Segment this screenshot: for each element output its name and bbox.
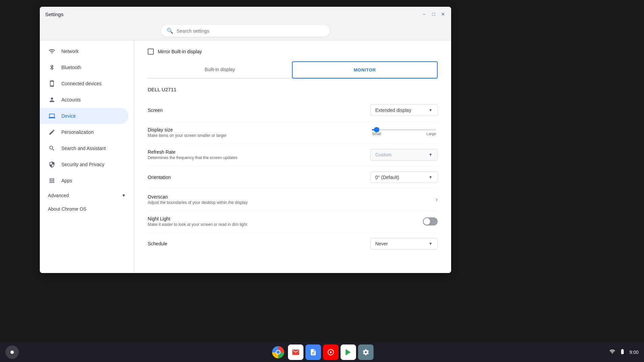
- tab-monitor-label: MONITOR: [354, 67, 376, 72]
- sidebar-item-personalization-label: Personalization: [61, 129, 94, 135]
- window-title: Settings: [45, 11, 63, 17]
- chrome-icon: [272, 346, 284, 358]
- night-light-row: Night Light Make it easier to look at yo…: [148, 211, 438, 233]
- sidebar-item-accounts[interactable]: Accounts: [40, 92, 128, 108]
- network-icon: [48, 47, 56, 55]
- schedule-dropdown[interactable]: Never ▼: [370, 238, 438, 249]
- tab-monitor[interactable]: MONITOR: [292, 61, 438, 79]
- schedule-label-wrap: Schedule: [148, 241, 370, 246]
- personalization-icon: [48, 128, 56, 136]
- content-area: Mirror Built-in display Built-in display…: [134, 40, 451, 273]
- bluetooth-icon: [48, 63, 56, 71]
- refresh-rate-sublabel: Determines the frequency that the screen…: [148, 155, 370, 160]
- content-inner: Mirror Built-in display Built-in display…: [134, 40, 451, 263]
- setting-row-screen: Screen Extended display ▼: [148, 99, 438, 122]
- sidebar: Network Bluetooth Connected devices: [40, 40, 134, 273]
- schedule-label: Schedule: [148, 241, 370, 246]
- taskbar-time: 9:00: [630, 350, 639, 355]
- overscan-label: Overscan: [148, 194, 370, 200]
- overscan-arrow-icon: ›: [436, 197, 438, 203]
- minimize-button[interactable]: −: [421, 11, 427, 17]
- sidebar-item-security-privacy[interactable]: Security and Privacy: [40, 156, 128, 173]
- orientation-label: Orientation: [148, 175, 370, 180]
- display-size-slider-wrap: Small Large: [370, 129, 438, 136]
- wifi-icon: [609, 349, 615, 356]
- overscan-label-wrap: Overscan Adjust the boundaries of your d…: [148, 194, 370, 205]
- sidebar-item-search-assistant-label: Search and Assistant: [61, 146, 106, 151]
- taskbar-app-settings[interactable]: [358, 344, 374, 360]
- taskbar-left: [5, 345, 22, 359]
- battery-icon: [619, 349, 625, 356]
- display-size-label: Display size: [148, 127, 370, 132]
- search-assistant-icon: [48, 144, 56, 152]
- refresh-rate-dropdown[interactable]: Custom ▼: [370, 149, 438, 160]
- taskbar-apps: [270, 344, 374, 360]
- sidebar-item-device-label: Device: [61, 113, 76, 119]
- sidebar-item-bluetooth-label: Bluetooth: [61, 65, 81, 70]
- sidebar-advanced-label: Advanced: [48, 193, 69, 198]
- taskbar-app-chrome[interactable]: [270, 344, 286, 360]
- taskbar-right: 9:00: [609, 349, 639, 356]
- night-light-toggle[interactable]: [423, 217, 438, 225]
- sidebar-item-apps[interactable]: Apps: [40, 173, 128, 189]
- sidebar-item-security-label: Security and Privacy: [61, 162, 105, 167]
- display-size-slider-track[interactable]: [372, 129, 436, 130]
- overscan-control[interactable]: ›: [370, 197, 438, 203]
- security-icon: [48, 160, 56, 169]
- chrome-center: [276, 351, 280, 354]
- sidebar-advanced[interactable]: Advanced ▼: [40, 189, 134, 202]
- sidebar-about[interactable]: About Chrome OS: [40, 202, 134, 216]
- tab-builtin-label: Built-in display: [205, 67, 235, 72]
- play-store-icon: [345, 349, 352, 356]
- taskbar-app-gmail[interactable]: [288, 344, 303, 360]
- refresh-rate-label-wrap: Refresh Rate Determines the frequency th…: [148, 149, 370, 160]
- search-bar[interactable]: 🔍: [161, 25, 330, 37]
- taskbar-app-youtube[interactable]: [323, 344, 339, 360]
- youtube-icon: [327, 349, 334, 356]
- mirror-label: Mirror Built-in display: [158, 49, 202, 54]
- apps-icon: [48, 177, 56, 185]
- sidebar-item-apps-label: Apps: [61, 178, 72, 183]
- taskbar-app-play[interactable]: [341, 344, 356, 360]
- screen-label: Screen: [148, 108, 370, 113]
- sidebar-item-network[interactable]: Network: [40, 43, 128, 59]
- setting-row-orientation: Orientation 0° (Default) ▼: [148, 166, 438, 189]
- mirror-checkbox[interactable]: [148, 49, 154, 55]
- night-light-sublabel: Make it easier to look at your screen or…: [148, 222, 370, 227]
- search-icon: 🔍: [167, 28, 173, 34]
- accounts-icon: [48, 96, 56, 104]
- slider-thumb[interactable]: [374, 127, 379, 132]
- screen-dropdown[interactable]: Extended display ▼: [370, 104, 438, 116]
- slider-large-label: Large: [427, 132, 436, 136]
- tab-builtin-display[interactable]: Built-in display: [148, 61, 292, 79]
- search-bar-area: 🔍: [40, 22, 451, 40]
- sidebar-item-search-assistant[interactable]: Search and Assistant: [40, 140, 128, 156]
- orientation-chevron-icon: ▼: [429, 175, 433, 180]
- sidebar-item-network-label: Network: [61, 49, 79, 54]
- refresh-rate-control: Custom ▼: [370, 149, 438, 160]
- setting-row-overscan: Overscan Adjust the boundaries of your d…: [148, 189, 438, 211]
- sidebar-item-device[interactable]: Device: [40, 108, 128, 124]
- launcher-button[interactable]: [5, 345, 19, 359]
- settings-window: Settings − □ ✕ 🔍 Network: [40, 7, 451, 273]
- night-light-label-wrap: Night Light Make it easier to look at yo…: [148, 216, 370, 227]
- connected-devices-icon: [48, 80, 56, 88]
- taskbar: 9:00: [0, 342, 644, 362]
- refresh-rate-value: Custom: [375, 152, 391, 157]
- close-button[interactable]: ✕: [440, 11, 446, 17]
- maximize-button[interactable]: □: [431, 11, 436, 17]
- sidebar-item-accounts-label: Accounts: [61, 97, 81, 102]
- setting-row-refresh-rate: Refresh Rate Determines the frequency th…: [148, 144, 438, 166]
- sidebar-item-personalization[interactable]: Personalization: [40, 124, 128, 140]
- schedule-row: Schedule Never ▼: [148, 233, 438, 255]
- sidebar-item-bluetooth[interactable]: Bluetooth: [40, 59, 128, 76]
- setting-row-display-size: Display size Make items on your screen s…: [148, 122, 438, 144]
- orientation-label-wrap: Orientation: [148, 175, 370, 180]
- mirror-row: Mirror Built-in display: [148, 49, 438, 55]
- search-input[interactable]: [177, 28, 278, 34]
- taskbar-app-docs[interactable]: [305, 344, 321, 360]
- sidebar-item-connected-devices[interactable]: Connected devices: [40, 76, 128, 92]
- settings-taskbar-icon: [362, 349, 370, 356]
- orientation-value: 0° (Default): [375, 175, 399, 180]
- orientation-dropdown[interactable]: 0° (Default) ▼: [370, 172, 438, 183]
